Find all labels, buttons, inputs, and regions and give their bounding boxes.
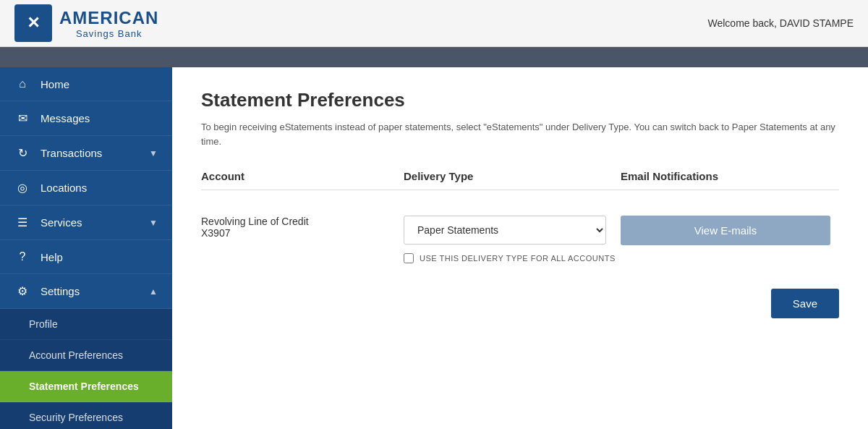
sidebar-item-label: Transactions (41, 147, 139, 159)
account-number: X3907 (201, 227, 404, 239)
delivery-column-header: Delivery Type (404, 170, 621, 182)
checkbox-row: USE THIS DELIVERY TYPE FOR ALL ACCOUNTS (404, 253, 621, 263)
save-button[interactable]: Save (771, 289, 839, 318)
sidebar-item-settings[interactable]: ⚙ Settings ▲ (0, 274, 172, 309)
security-pref-label: Security Preferences (29, 412, 123, 423)
sidebar-item-label: Services (41, 216, 139, 229)
logo-savings-bank: Savings Bank (59, 28, 158, 39)
sidebar-item-locations[interactable]: ◎ Locations (0, 171, 172, 205)
logo-area: AMERICAN Savings Bank (14, 4, 158, 42)
locations-icon: ◎ (14, 181, 30, 195)
sidebar-item-label: Locations (41, 182, 158, 194)
sidebar-item-security-preferences[interactable]: Security Preferences (0, 402, 172, 429)
messages-icon: ✉ (14, 111, 30, 125)
sidebar-item-profile[interactable]: Profile (0, 309, 172, 340)
delivery-type-select[interactable]: Paper Statements eStatements (404, 216, 606, 245)
page-description: To begin receiving eStatements instead o… (201, 120, 839, 148)
save-row: Save (201, 289, 839, 318)
chevron-down-icon: ▼ (149, 218, 158, 228)
sidebar: ⌂ Home ✉ Messages ↻ Transactions ▼ ◎ Loc… (0, 67, 172, 429)
sidebar-item-label: Help (41, 251, 158, 263)
email-column: View E-mails (621, 216, 830, 245)
help-icon: ? (14, 250, 30, 263)
profile-label: Profile (29, 318, 58, 330)
email-column-header: Email Notifications (621, 170, 718, 182)
account-row: Revolving Line of Credit X3907 Paper Sta… (201, 205, 839, 274)
sidebar-item-label: Settings (41, 285, 139, 297)
sidebar-item-statement-preferences[interactable]: Statement Preferences (0, 371, 172, 402)
account-name: Revolving Line of Credit (201, 216, 404, 227)
checkbox-label: USE THIS DELIVERY TYPE FOR ALL ACCOUNTS (420, 254, 616, 263)
transactions-icon: ↻ (14, 146, 30, 160)
account-pref-label: Account Preferences (29, 349, 123, 361)
account-info: Revolving Line of Credit X3907 (201, 216, 404, 239)
logo-text: AMERICAN Savings Bank (59, 8, 158, 39)
sidebar-item-label: Home (41, 78, 158, 90)
header: AMERICAN Savings Bank Welcome back, DAVI… (0, 0, 868, 47)
dark-bar (0, 47, 868, 67)
columns-header: Account Delivery Type Email Notification… (201, 170, 839, 190)
services-icon: ☰ (14, 216, 30, 229)
logo-icon (14, 4, 52, 42)
settings-icon: ⚙ (14, 284, 30, 298)
home-icon: ⌂ (14, 77, 30, 90)
sidebar-item-messages[interactable]: ✉ Messages (0, 101, 172, 136)
sidebar-item-account-preferences[interactable]: Account Preferences (0, 340, 172, 371)
use-for-all-checkbox[interactable] (404, 253, 414, 263)
welcome-message: Welcome back, DAVID STAMPE (708, 17, 854, 29)
logo-american: AMERICAN (59, 8, 158, 28)
view-emails-button[interactable]: View E-mails (621, 216, 830, 245)
sidebar-item-transactions[interactable]: ↻ Transactions ▼ (0, 136, 172, 171)
chevron-up-icon: ▲ (149, 286, 158, 297)
statement-pref-label: Statement Preferences (29, 381, 139, 392)
chevron-down-icon: ▼ (149, 148, 158, 158)
sidebar-item-home[interactable]: ⌂ Home (0, 67, 172, 101)
page-title: Statement Preferences (201, 89, 839, 111)
layout: ⌂ Home ✉ Messages ↻ Transactions ▼ ◎ Loc… (0, 67, 868, 429)
sidebar-item-services[interactable]: ☰ Services ▼ (0, 205, 172, 240)
delivery-column: Paper Statements eStatements USE THIS DE… (404, 216, 621, 263)
sidebar-item-label: Messages (41, 112, 158, 124)
sidebar-item-help[interactable]: ? Help (0, 240, 172, 274)
settings-submenu: Profile Account Preferences Statement Pr… (0, 309, 172, 429)
account-column-header: Account (201, 170, 404, 182)
main-content: Statement Preferences To begin receiving… (172, 67, 868, 429)
